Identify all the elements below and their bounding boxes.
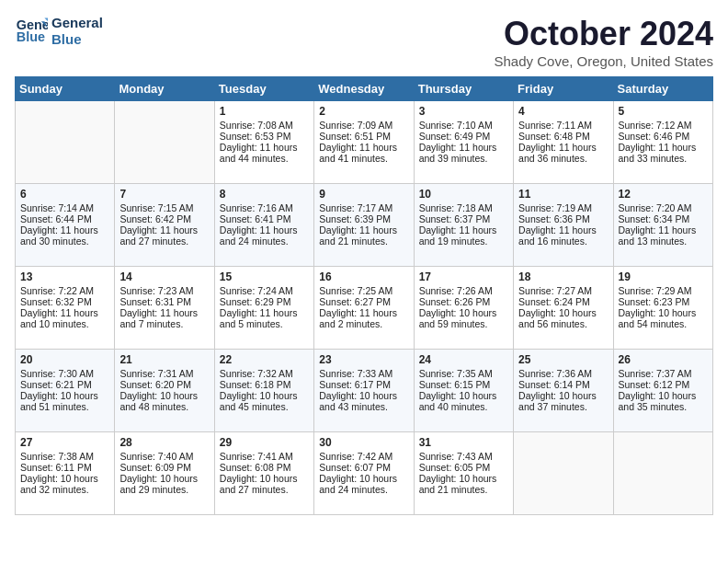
day-number: 17 [419,270,508,283]
sunset: Sunset: 6:17 PM [319,379,391,390]
day-number: 26 [619,353,708,366]
daylight: Daylight: 10 hours and 45 minutes. [220,390,298,412]
day-number: 13 [20,270,109,283]
location: Shady Cove, Oregon, United States [495,53,713,69]
sunrise: Sunrise: 7:15 AM [119,202,193,213]
calendar-cell: 16 Sunrise: 7:25 AM Sunset: 6:27 PM Dayl… [314,267,414,350]
logo-line2: Blue [51,31,103,48]
daylight: Daylight: 10 hours and 48 minutes. [119,390,198,412]
sunrise: Sunrise: 7:27 AM [518,285,592,296]
sunrise: Sunrise: 7:31 AM [119,368,193,379]
daylight: Daylight: 11 hours and 19 minutes. [419,224,497,247]
day-number: 5 [619,105,708,118]
daylight: Daylight: 10 hours and 32 minutes. [20,473,98,495]
daylight: Daylight: 11 hours and 41 minutes. [319,142,397,164]
sunset: Sunset: 6:41 PM [220,213,291,224]
sunset: Sunset: 6:20 PM [119,379,191,390]
calendar-cell: 14 Sunrise: 7:23 AM Sunset: 6:31 PM Dayl… [115,267,214,350]
day-number: 1 [220,105,309,118]
sunset: Sunset: 6:53 PM [220,131,291,142]
sunset: Sunset: 6:46 PM [619,131,690,142]
sunset: Sunset: 6:51 PM [319,131,391,142]
header-wednesday: Wednesday [314,77,414,101]
daylight: Daylight: 10 hours and 43 minutes. [319,390,397,412]
day-number: 30 [319,436,408,449]
daylight: Daylight: 11 hours and 2 minutes. [319,307,397,329]
week-row-2: 6 Sunrise: 7:14 AM Sunset: 6:44 PM Dayli… [16,184,713,267]
day-number: 22 [220,353,309,366]
sunset: Sunset: 6:07 PM [319,462,391,473]
sunrise: Sunrise: 7:42 AM [319,451,392,462]
sunset: Sunset: 6:29 PM [220,296,291,307]
day-number: 10 [419,188,508,201]
day-number: 3 [419,105,508,118]
sunset: Sunset: 6:05 PM [419,462,491,473]
logo-line1: General [51,15,103,31]
sunset: Sunset: 6:31 PM [119,296,191,307]
day-number: 20 [20,353,109,366]
header-friday: Friday [514,77,613,101]
calendar-cell: 25 Sunrise: 7:36 AM Sunset: 6:14 PM Dayl… [514,350,613,432]
day-number: 2 [319,105,408,118]
daylight: Daylight: 10 hours and 51 minutes. [20,390,98,412]
calendar-cell: 20 Sunrise: 7:30 AM Sunset: 6:21 PM Dayl… [16,350,115,432]
sunrise: Sunrise: 7:37 AM [619,368,692,379]
day-number: 8 [220,188,309,201]
sunrise: Sunrise: 7:10 AM [419,120,493,131]
daylight: Daylight: 10 hours and 37 minutes. [518,390,597,412]
day-number: 24 [419,353,508,366]
day-number: 16 [319,270,408,283]
daylight: Daylight: 11 hours and 5 minutes. [220,307,298,329]
calendar-cell: 5 Sunrise: 7:12 AM Sunset: 6:46 PM Dayli… [613,101,712,184]
sunset: Sunset: 6:36 PM [518,213,590,224]
calendar-cell: 2 Sunrise: 7:09 AM Sunset: 6:51 PM Dayli… [314,101,414,184]
sunrise: Sunrise: 7:08 AM [220,120,293,131]
sunrise: Sunrise: 7:14 AM [20,202,94,213]
week-row-3: 13 Sunrise: 7:22 AM Sunset: 6:32 PM Dayl… [16,267,713,350]
sunset: Sunset: 6:32 PM [20,296,92,307]
day-number: 12 [619,188,708,201]
week-row-1: 1 Sunrise: 7:08 AM Sunset: 6:53 PM Dayli… [16,101,713,184]
daylight: Daylight: 10 hours and 24 minutes. [319,473,397,495]
calendar-cell [613,432,712,515]
sunset: Sunset: 6:39 PM [319,213,391,224]
sunset: Sunset: 6:14 PM [518,379,590,390]
sunset: Sunset: 6:26 PM [419,296,491,307]
sunrise: Sunrise: 7:19 AM [518,202,592,213]
sunset: Sunset: 6:09 PM [119,462,191,473]
daylight: Daylight: 11 hours and 24 minutes. [220,224,298,247]
sunset: Sunset: 6:24 PM [518,296,590,307]
header-sunday: Sunday [16,77,115,101]
calendar-cell: 22 Sunrise: 7:32 AM Sunset: 6:18 PM Dayl… [214,350,313,432]
sunrise: Sunrise: 7:43 AM [419,451,493,462]
week-row-5: 27 Sunrise: 7:38 AM Sunset: 6:11 PM Dayl… [16,432,713,515]
sunset: Sunset: 6:08 PM [220,462,291,473]
calendar-cell: 3 Sunrise: 7:10 AM Sunset: 6:49 PM Dayli… [414,101,513,184]
sunrise: Sunrise: 7:40 AM [119,451,193,462]
day-number: 6 [20,188,109,201]
calendar-table: SundayMondayTuesdayWednesdayThursdayFrid… [15,76,713,515]
calendar-cell [115,101,214,184]
sunrise: Sunrise: 7:32 AM [220,368,293,379]
day-number: 25 [518,353,608,366]
calendar-cell: 9 Sunrise: 7:17 AM Sunset: 6:39 PM Dayli… [314,184,414,267]
daylight: Daylight: 11 hours and 36 minutes. [518,142,597,164]
sunrise: Sunrise: 7:22 AM [20,285,94,296]
day-number: 15 [220,270,309,283]
daylight: Daylight: 10 hours and 29 minutes. [119,473,198,495]
sunrise: Sunrise: 7:20 AM [619,202,692,213]
calendar-cell: 31 Sunrise: 7:43 AM Sunset: 6:05 PM Dayl… [414,432,513,515]
sunrise: Sunrise: 7:17 AM [319,202,392,213]
logo-icon: General Blue [15,15,48,48]
daylight: Daylight: 11 hours and 13 minutes. [619,224,697,247]
svg-text:Blue: Blue [17,29,45,44]
sunrise: Sunrise: 7:41 AM [220,451,293,462]
sunset: Sunset: 6:15 PM [419,379,491,390]
sunrise: Sunrise: 7:25 AM [319,285,392,296]
day-number: 9 [319,188,408,201]
sunset: Sunset: 6:12 PM [619,379,690,390]
sunrise: Sunrise: 7:23 AM [119,285,193,296]
header-saturday: Saturday [613,77,712,101]
day-number: 29 [220,436,309,449]
calendar-cell: 29 Sunrise: 7:41 AM Sunset: 6:08 PM Dayl… [214,432,313,515]
